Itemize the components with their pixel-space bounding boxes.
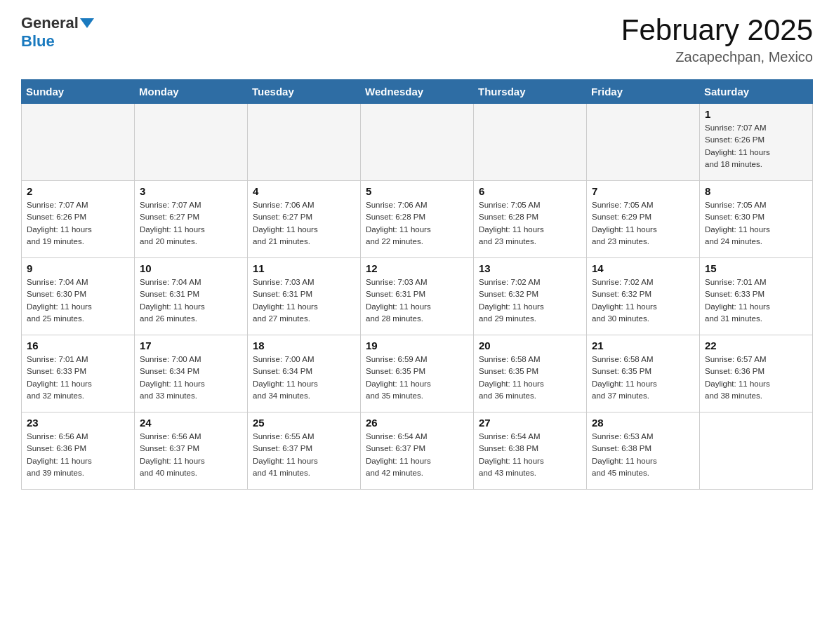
calendar-cell: 16Sunrise: 7:01 AM Sunset: 6:33 PM Dayli… <box>22 335 135 412</box>
day-info: Sunrise: 7:01 AM Sunset: 6:33 PM Dayligh… <box>27 354 129 402</box>
calendar-cell: 17Sunrise: 7:00 AM Sunset: 6:34 PM Dayli… <box>135 335 248 412</box>
day-info: Sunrise: 7:07 AM Sunset: 6:26 PM Dayligh… <box>27 199 129 248</box>
day-number: 6 <box>479 185 581 197</box>
calendar-cell <box>22 104 135 181</box>
day-number: 1 <box>705 108 807 120</box>
calendar-cell: 7Sunrise: 7:05 AM Sunset: 6:29 PM Daylig… <box>587 181 700 258</box>
weekday-header-row: Sunday Monday Tuesday Wednesday Thursday… <box>22 80 813 104</box>
day-number: 4 <box>253 185 355 197</box>
calendar-cell <box>248 104 361 181</box>
day-info: Sunrise: 7:06 AM Sunset: 6:28 PM Dayligh… <box>366 199 468 248</box>
calendar-cell: 19Sunrise: 6:59 AM Sunset: 6:35 PM Dayli… <box>361 335 474 412</box>
calendar-cell: 27Sunrise: 6:54 AM Sunset: 6:38 PM Dayli… <box>474 412 587 490</box>
calendar-week-1: 1Sunrise: 7:07 AM Sunset: 6:26 PM Daylig… <box>22 104 813 181</box>
day-info: Sunrise: 6:59 AM Sunset: 6:35 PM Dayligh… <box>366 354 468 402</box>
day-number: 12 <box>366 262 468 274</box>
day-info: Sunrise: 6:54 AM Sunset: 6:38 PM Dayligh… <box>479 431 581 479</box>
calendar-week-5: 23Sunrise: 6:56 AM Sunset: 6:36 PM Dayli… <box>22 412 813 490</box>
calendar-cell: 24Sunrise: 6:56 AM Sunset: 6:37 PM Dayli… <box>135 412 248 490</box>
calendar-cell: 8Sunrise: 7:05 AM Sunset: 6:30 PM Daylig… <box>700 181 813 258</box>
day-number: 7 <box>592 185 694 197</box>
day-number: 22 <box>705 340 807 351</box>
calendar-cell <box>361 104 474 181</box>
day-number: 20 <box>479 340 581 351</box>
day-number: 26 <box>366 417 468 429</box>
header-monday: Monday <box>135 80 248 104</box>
day-info: Sunrise: 7:05 AM Sunset: 6:28 PM Dayligh… <box>479 199 581 248</box>
day-info: Sunrise: 7:04 AM Sunset: 6:31 PM Dayligh… <box>140 276 242 325</box>
calendar-cell: 5Sunrise: 7:06 AM Sunset: 6:28 PM Daylig… <box>361 181 474 258</box>
calendar-cell: 3Sunrise: 7:07 AM Sunset: 6:27 PM Daylig… <box>135 181 248 258</box>
day-info: Sunrise: 7:07 AM Sunset: 6:26 PM Dayligh… <box>705 122 807 170</box>
day-info: Sunrise: 7:04 AM Sunset: 6:30 PM Dayligh… <box>27 276 129 325</box>
calendar-week-4: 16Sunrise: 7:01 AM Sunset: 6:33 PM Dayli… <box>22 335 813 412</box>
calendar-cell: 18Sunrise: 7:00 AM Sunset: 6:34 PM Dayli… <box>248 335 361 412</box>
location-text: Zacapechpan, Mexico <box>621 49 813 65</box>
calendar-cell: 12Sunrise: 7:03 AM Sunset: 6:31 PM Dayli… <box>361 258 474 335</box>
calendar-cell: 4Sunrise: 7:06 AM Sunset: 6:27 PM Daylig… <box>248 181 361 258</box>
logo-general-text: General <box>21 14 79 32</box>
day-number: 23 <box>27 417 129 429</box>
calendar-week-3: 9Sunrise: 7:04 AM Sunset: 6:30 PM Daylig… <box>22 258 813 335</box>
calendar-cell: 28Sunrise: 6:53 AM Sunset: 6:38 PM Dayli… <box>587 412 700 490</box>
calendar-cell: 23Sunrise: 6:56 AM Sunset: 6:36 PM Dayli… <box>22 412 135 490</box>
calendar-cell <box>587 104 700 181</box>
day-number: 2 <box>27 185 129 197</box>
title-block: February 2025 Zacapechpan, Mexico <box>621 14 813 65</box>
header-friday: Friday <box>587 80 700 104</box>
day-info: Sunrise: 7:05 AM Sunset: 6:30 PM Dayligh… <box>705 199 807 248</box>
day-info: Sunrise: 7:06 AM Sunset: 6:27 PM Dayligh… <box>253 199 355 248</box>
logo-blue-text: Blue <box>21 32 55 51</box>
calendar-table: Sunday Monday Tuesday Wednesday Thursday… <box>21 79 813 490</box>
header-tuesday: Tuesday <box>248 80 361 104</box>
calendar-cell: 21Sunrise: 6:58 AM Sunset: 6:35 PM Dayli… <box>587 335 700 412</box>
calendar-body: 1Sunrise: 7:07 AM Sunset: 6:26 PM Daylig… <box>22 104 813 490</box>
calendar-cell: 20Sunrise: 6:58 AM Sunset: 6:35 PM Dayli… <box>474 335 587 412</box>
day-number: 14 <box>592 262 694 274</box>
day-number: 21 <box>592 340 694 351</box>
day-info: Sunrise: 7:02 AM Sunset: 6:32 PM Dayligh… <box>592 276 694 325</box>
logo: General Blue <box>21 14 94 51</box>
day-info: Sunrise: 7:07 AM Sunset: 6:27 PM Dayligh… <box>140 199 242 248</box>
day-number: 3 <box>140 185 242 197</box>
calendar-cell: 2Sunrise: 7:07 AM Sunset: 6:26 PM Daylig… <box>22 181 135 258</box>
calendar-cell: 9Sunrise: 7:04 AM Sunset: 6:30 PM Daylig… <box>22 258 135 335</box>
calendar-cell: 14Sunrise: 7:02 AM Sunset: 6:32 PM Dayli… <box>587 258 700 335</box>
month-title: February 2025 <box>621 14 813 46</box>
calendar-cell: 22Sunrise: 6:57 AM Sunset: 6:36 PM Dayli… <box>700 335 813 412</box>
calendar-cell <box>135 104 248 181</box>
day-info: Sunrise: 7:02 AM Sunset: 6:32 PM Dayligh… <box>479 276 581 325</box>
calendar-cell: 11Sunrise: 7:03 AM Sunset: 6:31 PM Dayli… <box>248 258 361 335</box>
calendar-cell: 13Sunrise: 7:02 AM Sunset: 6:32 PM Dayli… <box>474 258 587 335</box>
day-number: 8 <box>705 185 807 197</box>
day-number: 25 <box>253 417 355 429</box>
day-number: 15 <box>705 262 807 274</box>
day-info: Sunrise: 7:01 AM Sunset: 6:33 PM Dayligh… <box>705 276 807 325</box>
calendar-cell: 6Sunrise: 7:05 AM Sunset: 6:28 PM Daylig… <box>474 181 587 258</box>
day-info: Sunrise: 7:05 AM Sunset: 6:29 PM Dayligh… <box>592 199 694 248</box>
calendar-cell <box>474 104 587 181</box>
day-number: 27 <box>479 417 581 429</box>
calendar-cell: 15Sunrise: 7:01 AM Sunset: 6:33 PM Dayli… <box>700 258 813 335</box>
day-info: Sunrise: 7:03 AM Sunset: 6:31 PM Dayligh… <box>366 276 468 325</box>
day-info: Sunrise: 6:58 AM Sunset: 6:35 PM Dayligh… <box>479 354 581 402</box>
day-number: 11 <box>253 262 355 274</box>
header-sunday: Sunday <box>22 80 135 104</box>
day-number: 17 <box>140 340 242 351</box>
day-number: 24 <box>140 417 242 429</box>
day-info: Sunrise: 6:56 AM Sunset: 6:36 PM Dayligh… <box>27 431 129 479</box>
day-info: Sunrise: 6:58 AM Sunset: 6:35 PM Dayligh… <box>592 354 694 402</box>
day-number: 13 <box>479 262 581 274</box>
day-info: Sunrise: 6:54 AM Sunset: 6:37 PM Dayligh… <box>366 431 468 479</box>
page-header: General Blue February 2025 Zacapechpan, … <box>21 14 813 65</box>
day-info: Sunrise: 7:00 AM Sunset: 6:34 PM Dayligh… <box>140 354 242 402</box>
day-number: 19 <box>366 340 468 351</box>
day-number: 28 <box>592 417 694 429</box>
day-info: Sunrise: 6:56 AM Sunset: 6:37 PM Dayligh… <box>140 431 242 479</box>
calendar-cell <box>700 412 813 490</box>
calendar-week-2: 2Sunrise: 7:07 AM Sunset: 6:26 PM Daylig… <box>22 181 813 258</box>
day-number: 9 <box>27 262 129 274</box>
calendar-header: Sunday Monday Tuesday Wednesday Thursday… <box>22 80 813 104</box>
day-number: 5 <box>366 185 468 197</box>
day-info: Sunrise: 6:55 AM Sunset: 6:37 PM Dayligh… <box>253 431 355 479</box>
